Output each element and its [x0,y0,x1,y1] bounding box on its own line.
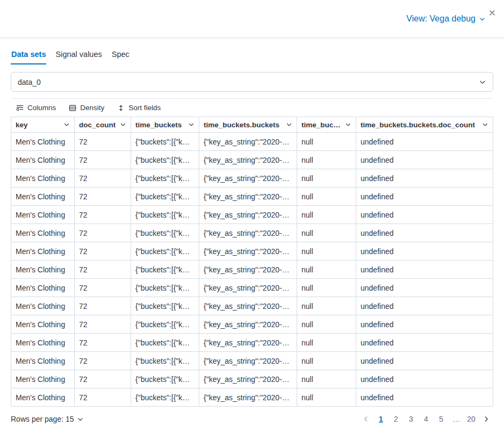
table-cell[interactable]: {"buckets":[{"k… [131,315,199,334]
sort-fields-button[interactable]: Sort fields [116,103,162,113]
table-cell[interactable]: null [297,370,356,388]
table-cell[interactable]: null [297,297,356,315]
column-header-4[interactable]: time_buck… [297,117,356,133]
table-cell[interactable]: Men's Clothing [11,187,75,206]
column-header-3[interactable]: time_buckets.buckets [199,117,297,133]
pagination-page-20[interactable]: 20 [464,412,478,426]
table-cell[interactable]: null [297,187,356,206]
table-cell[interactable]: undefined [356,352,493,370]
table-cell[interactable]: undefined [356,242,493,261]
table-cell[interactable]: null [297,224,356,242]
pagination-page-4[interactable]: 4 [419,412,433,426]
table-cell[interactable]: {"buckets":[{"k… [131,151,199,169]
table-cell[interactable]: undefined [356,261,493,279]
table-cell[interactable]: Men's Clothing [11,297,75,315]
table-cell[interactable]: Men's Clothing [11,334,75,352]
table-cell[interactable]: null [297,206,356,224]
table-cell[interactable]: {"buckets":[{"k… [131,242,199,261]
table-cell[interactable]: {"key_as_string":"2020-… [199,242,297,261]
table-cell[interactable]: undefined [356,169,493,187]
table-cell[interactable]: Men's Clothing [11,224,75,242]
table-cell[interactable]: {"key_as_string":"2020-… [199,370,297,388]
table-cell[interactable]: {"buckets":[{"k… [131,261,199,279]
table-cell[interactable]: Men's Clothing [11,261,75,279]
table-cell[interactable]: 72 [75,224,131,242]
column-header-2[interactable]: time_buckets [131,117,199,133]
table-cell[interactable]: null [297,242,356,261]
pagination-page-5[interactable]: 5 [434,412,448,426]
columns-button[interactable]: Columns [15,103,57,113]
table-cell[interactable]: null [297,315,356,334]
table-cell[interactable]: {"buckets":[{"k… [131,334,199,352]
next-page-button[interactable] [479,412,493,426]
density-button[interactable]: Density [68,103,105,113]
table-cell[interactable]: null [297,334,356,352]
table-cell[interactable]: 72 [75,261,131,279]
table-cell[interactable]: 72 [75,370,131,388]
table-cell[interactable]: {"key_as_string":"2020-… [199,334,297,352]
table-cell[interactable]: Men's Clothing [11,352,75,370]
table-cell[interactable]: Men's Clothing [11,242,75,261]
table-cell[interactable]: null [297,388,356,407]
column-header-1[interactable]: doc_count [75,117,131,133]
table-cell[interactable]: {"buckets":[{"k… [131,388,199,407]
table-cell[interactable]: null [297,151,356,169]
table-cell[interactable]: Men's Clothing [11,151,75,169]
table-cell[interactable]: 72 [75,242,131,261]
table-cell[interactable]: {"buckets":[{"k… [131,370,199,388]
table-cell[interactable]: 72 [75,279,131,297]
table-cell[interactable]: {"key_as_string":"2020-… [199,388,297,407]
previous-page-button[interactable] [359,412,373,426]
pagination-page-1[interactable]: 1 [374,412,388,426]
table-cell[interactable]: 72 [75,352,131,370]
table-cell[interactable]: 72 [75,151,131,169]
table-cell[interactable]: Men's Clothing [11,279,75,297]
table-cell[interactable]: {"buckets":[{"k… [131,352,199,370]
table-cell[interactable]: 72 [75,315,131,334]
table-cell[interactable]: {"key_as_string":"2020-… [199,133,297,151]
tab-spec[interactable]: Spec [111,47,130,64]
table-cell[interactable]: Men's Clothing [11,315,75,334]
table-cell[interactable]: {"key_as_string":"2020-… [199,261,297,279]
table-cell[interactable]: 72 [75,334,131,352]
table-cell[interactable]: 72 [75,297,131,315]
table-cell[interactable]: undefined [356,315,493,334]
table-cell[interactable]: {"buckets":[{"k… [131,279,199,297]
rows-per-page-button[interactable]: Rows per page: 15 [11,415,84,423]
table-cell[interactable]: null [297,133,356,151]
table-cell[interactable]: {"key_as_string":"2020-… [199,315,297,334]
table-cell[interactable]: Men's Clothing [11,206,75,224]
table-cell[interactable]: undefined [356,297,493,315]
dataset-select[interactable]: data_0 [11,72,493,92]
tab-data-sets[interactable]: Data sets [11,47,46,64]
table-cell[interactable]: undefined [356,388,493,407]
table-cell[interactable]: {"buckets":[{"k… [131,297,199,315]
tab-signal-values[interactable]: Signal values [55,47,102,64]
pagination-page-2[interactable]: 2 [389,412,403,426]
table-cell[interactable]: undefined [356,206,493,224]
table-cell[interactable]: null [297,279,356,297]
table-cell[interactable]: undefined [356,370,493,388]
table-cell[interactable]: undefined [356,224,493,242]
table-cell[interactable]: {"buckets":[{"k… [131,206,199,224]
table-cell[interactable]: {"key_as_string":"2020-… [199,224,297,242]
table-cell[interactable]: undefined [356,334,493,352]
table-cell[interactable]: undefined [356,279,493,297]
pagination-page-3[interactable]: 3 [404,412,418,426]
table-cell[interactable]: null [297,169,356,187]
table-cell[interactable]: null [297,352,356,370]
table-cell[interactable]: {"key_as_string":"2020-… [199,279,297,297]
table-cell[interactable]: {"key_as_string":"2020-… [199,352,297,370]
column-header-5[interactable]: time_buckets.buckets.doc_count [356,117,493,133]
column-header-0[interactable]: key [11,117,75,133]
table-cell[interactable]: Men's Clothing [11,169,75,187]
table-cell[interactable]: {"buckets":[{"k… [131,133,199,151]
table-cell[interactable]: 72 [75,133,131,151]
table-cell[interactable]: {"key_as_string":"2020-… [199,151,297,169]
table-cell[interactable]: {"key_as_string":"2020-… [199,169,297,187]
table-cell[interactable]: 72 [75,169,131,187]
table-cell[interactable]: 72 [75,206,131,224]
table-cell[interactable]: {"key_as_string":"2020-… [199,297,297,315]
table-cell[interactable]: {"key_as_string":"2020-… [199,187,297,206]
table-cell[interactable]: {"key_as_string":"2020-… [199,206,297,224]
